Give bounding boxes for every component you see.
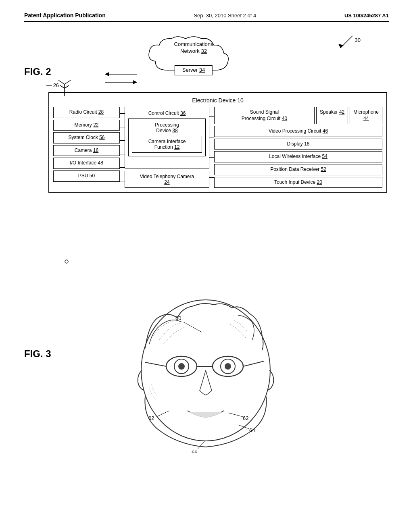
camera-box: Camera 16	[53, 145, 120, 156]
device-title: Electronic Device 10	[53, 97, 382, 104]
page: Patent Application Publication Sep. 30, …	[0, 0, 413, 477]
camera-interface-box: Camera InterfaceFunction 12	[132, 136, 202, 153]
svg-line-10	[65, 85, 69, 88]
touch-input-box: Touch Input Device 20	[214, 177, 382, 188]
video-processing-box: Video Processing Circuit 46	[214, 126, 382, 137]
svg-line-28	[238, 425, 249, 429]
cloud-container: Communications Network 32 Server 34	[137, 34, 250, 79]
local-wireless-box: Local Wireless Interface 54	[214, 151, 382, 162]
face-container: 60 62 62 64 66	[105, 296, 307, 453]
position-data-box: Position Data Receiver 52	[214, 164, 382, 175]
col-left: Radio Circuit 28 Memory 22 System Clock …	[53, 107, 120, 188]
svg-text:64: 64	[249, 427, 255, 433]
row-sound: Sound SignalProcessing Circuit 40 Speake…	[214, 107, 382, 124]
svg-line-8	[65, 80, 71, 84]
ground-symbol	[65, 260, 77, 270]
arrows-cloud-device	[101, 68, 141, 88]
sound-signal-box: Sound SignalProcessing Circuit 40	[214, 107, 315, 124]
video-tel-camera-box: Video Telephony Camera24	[125, 171, 209, 188]
connectors-mid-right	[209, 107, 214, 188]
svg-point-18	[225, 363, 231, 370]
control-circuit-label: Control Circuit 36	[128, 110, 206, 116]
svg-line-9	[60, 85, 65, 88]
svg-line-26	[228, 413, 243, 417]
cloud-text: Communications Network 32 Server 34	[153, 41, 234, 55]
radio-circuit-box: Radio Circuit 28	[53, 107, 120, 118]
fig2-label: FIG. 2	[24, 66, 51, 77]
display-box: Display 18	[214, 139, 382, 150]
server-box: Server 34	[175, 65, 213, 75]
processing-device-label: ProcessingDevice 38	[132, 122, 202, 133]
svg-line-22	[184, 322, 202, 332]
svg-line-30	[198, 441, 205, 449]
col-right: Sound SignalProcessing Circuit 40 Speake…	[214, 107, 382, 188]
connectors-left-mid	[120, 107, 125, 188]
microphone-box: Microphone44	[350, 107, 382, 124]
io-interface-box: I/O Interface 48	[53, 158, 120, 169]
svg-marker-5	[133, 80, 137, 84]
svg-text:66: 66	[192, 449, 197, 453]
page-header: Patent Application Publication Sep. 30, …	[24, 12, 389, 22]
svg-line-24	[156, 411, 169, 417]
ref-26: — 26	[46, 82, 59, 88]
svg-text:62: 62	[148, 415, 154, 421]
arrow-30-svg	[332, 34, 357, 50]
svg-line-7	[58, 80, 65, 84]
svg-text:60: 60	[175, 315, 181, 321]
face-svg: 60 62 62 64 66	[113, 296, 298, 453]
system-clock-box: System Clock 56	[53, 132, 120, 143]
psu-box: PSU 50	[53, 170, 120, 182]
svg-text:62: 62	[243, 415, 248, 421]
processing-device-outer: ProcessingDevice 38 Camera InterfaceFunc…	[128, 118, 206, 156]
svg-point-15	[178, 363, 185, 370]
fig3-section: FIG. 3	[24, 296, 389, 465]
speaker-box: Speaker 42	[316, 107, 348, 124]
mid-col: Control Circuit 36 ProcessingDevice 38 C…	[125, 107, 209, 188]
device-inner: Radio Circuit 28 Memory 22 System Clock …	[53, 107, 382, 188]
header-center: Sep. 30, 2010 Sheet 2 of 4	[194, 12, 256, 19]
svg-line-21	[243, 361, 264, 366]
fig2-section: FIG. 2 30 Communications Network 32 Serv…	[24, 34, 389, 288]
fig3-label: FIG. 3	[24, 348, 51, 360]
device-block: Electronic Device 10 Radio Circuit 28 Me…	[48, 92, 387, 193]
control-circuit-outer: Control Circuit 36 ProcessingDevice 38 C…	[125, 107, 209, 168]
svg-line-20	[145, 362, 166, 366]
svg-marker-3	[105, 72, 109, 76]
header-right: US 100/245287 A1	[344, 12, 389, 19]
memory-box: Memory 22	[53, 120, 120, 131]
header-left: Patent Application Publication	[24, 12, 106, 19]
svg-point-11	[65, 260, 68, 263]
